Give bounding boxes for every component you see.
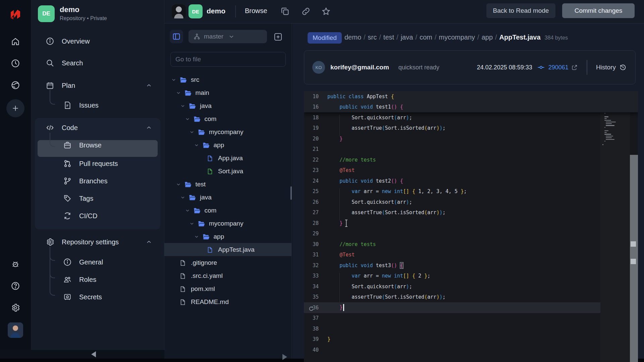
history-button[interactable]: History xyxy=(596,64,627,71)
tree-folder-row[interactable]: java xyxy=(164,99,292,112)
chevron-down-icon[interactable] xyxy=(189,129,195,135)
sidebar-item-tags[interactable]: Tags xyxy=(35,190,160,207)
code-line[interactable]: 23 @Test xyxy=(304,165,638,176)
code-line[interactable]: 24 public void test2() { xyxy=(304,176,638,186)
sidebar-item-secrets[interactable]: Secrets xyxy=(31,289,164,305)
vertical-scrollbar[interactable] xyxy=(630,91,638,362)
tree-folder-row[interactable]: src xyxy=(164,73,292,86)
code-line[interactable]: 32 public void test3() { xyxy=(304,260,638,271)
breadcrumb-segment[interactable]: demo xyxy=(344,34,361,41)
create-new-button[interactable] xyxy=(6,99,24,117)
code-line[interactable]: 34 Sort.quicksort(arr); xyxy=(304,281,638,292)
breadcrumb-segment[interactable]: test xyxy=(383,34,394,41)
panel-collapse-icon[interactable] xyxy=(170,30,183,43)
app-logo[interactable] xyxy=(7,5,24,23)
add-file-button[interactable] xyxy=(272,31,284,43)
tree-folder-row[interactable]: app xyxy=(164,230,292,243)
code-line[interactable]: 27 assertTrue(Sort.isSorted(arr)); xyxy=(304,207,638,218)
commit-hash-link[interactable]: 290061 xyxy=(548,64,569,71)
tree-folder-row[interactable]: com xyxy=(164,204,292,217)
code-line[interactable]: 21 xyxy=(304,144,638,155)
home-icon[interactable] xyxy=(9,35,22,48)
sidebar-item-pull-requests[interactable]: Pull requests xyxy=(35,155,160,172)
tree-file-row[interactable]: .gitignore xyxy=(164,256,292,269)
tree-file-row[interactable]: App.java xyxy=(164,152,292,165)
code-line[interactable]: 22 //more tests xyxy=(304,155,638,165)
user-avatar[interactable] xyxy=(8,322,23,338)
tree-folder-row[interactable]: test xyxy=(164,178,292,191)
code-line[interactable]: 39} xyxy=(304,334,638,345)
tree-file-row[interactable]: .src.ci.yaml xyxy=(164,269,292,282)
bug-report-icon[interactable] xyxy=(9,257,22,271)
code-line[interactable]: 20 } xyxy=(304,133,638,144)
chevron-down-icon[interactable] xyxy=(185,116,190,122)
tab-browse[interactable]: Browse xyxy=(245,7,267,15)
help-icon[interactable] xyxy=(9,279,22,293)
sidebar-item-branches[interactable]: Branches xyxy=(35,172,160,190)
tree-folder-row[interactable]: com xyxy=(164,112,292,125)
panel-drag-handle[interactable] xyxy=(290,186,292,200)
settings-gear-icon[interactable] xyxy=(9,301,22,314)
code-line[interactable]: 29 xyxy=(304,229,638,239)
tree-file-row[interactable]: README.md xyxy=(164,295,292,308)
tree-folder-row[interactable]: app xyxy=(164,138,292,152)
tree-folder-row[interactable]: java xyxy=(164,191,292,204)
tree-resize-hint[interactable] xyxy=(282,354,287,360)
sidebar-item-cicd[interactable]: CI/CD xyxy=(35,207,160,225)
code-line[interactable]: 37 xyxy=(304,313,638,324)
back-to-read-mode-button[interactable]: Back to Read mode xyxy=(486,3,555,18)
commit-changes-button[interactable]: Commit changes xyxy=(562,3,635,18)
chevron-down-icon[interactable] xyxy=(180,195,185,200)
sidebar-item-search[interactable]: Search xyxy=(31,55,164,71)
code-line[interactable]: 40 xyxy=(304,345,638,355)
code-line[interactable]: 19 assertTrue(Sort.isSorted(arr)); xyxy=(304,123,638,134)
code-lines[interactable]: 18 Sort.quicksort(arr);19 assertTrue(Sor… xyxy=(304,112,638,355)
code-line[interactable]: 31 @Test xyxy=(304,250,638,260)
breadcrumb-segment[interactable]: app xyxy=(482,34,493,41)
breadcrumb-segment[interactable]: com xyxy=(420,34,432,41)
tree-file-row[interactable]: AppTest.java xyxy=(164,243,292,256)
recent-icon[interactable] xyxy=(9,57,22,70)
chevron-down-icon[interactable] xyxy=(194,234,199,239)
chevron-down-icon[interactable] xyxy=(171,77,176,82)
breadcrumb-segment[interactable]: src xyxy=(368,34,377,41)
code-line[interactable]: 35 assertTrue(Sort.isSorted(arr)); xyxy=(304,292,638,303)
breadcrumb-segment[interactable]: mycompany xyxy=(439,34,475,41)
sticky-context-lines[interactable]: 10public class AppTest {16 public void t… xyxy=(304,91,638,112)
code-line[interactable]: 25 var arr = new int[] { 1, 2, 3, 4, 5 }… xyxy=(304,186,638,197)
code-line[interactable]: 10public class AppTest { xyxy=(304,91,638,102)
chevron-down-icon[interactable] xyxy=(194,142,199,148)
explore-globe-icon[interactable] xyxy=(9,78,22,92)
code-line[interactable]: 36 } xyxy=(304,302,638,313)
code-line[interactable]: 26 Sort.quicksort(arr); xyxy=(304,197,638,207)
collapse-sidebar-button[interactable] xyxy=(91,351,96,357)
owner-avatar[interactable] xyxy=(172,4,186,18)
sidebar-item-code[interactable]: Code xyxy=(35,118,160,135)
sidebar-item-general[interactable]: General xyxy=(31,254,164,270)
tree-file-row[interactable]: pom.xml xyxy=(164,282,292,295)
sidebar-item-issues[interactable]: Issues xyxy=(31,97,164,113)
chevron-down-icon[interactable] xyxy=(185,208,190,213)
go-to-file-input[interactable] xyxy=(170,52,286,67)
code-line[interactable]: 33 var arr = new int[] { 2 }; xyxy=(304,271,638,282)
link-icon[interactable] xyxy=(301,7,311,16)
code-line[interactable]: 38 xyxy=(304,323,638,334)
repo-name[interactable]: demo xyxy=(207,7,225,15)
repo-avatar-badge[interactable]: DE xyxy=(38,5,55,22)
scrollbar-thumb[interactable] xyxy=(630,155,638,362)
breadcrumb-segment[interactable]: java xyxy=(401,34,413,41)
star-icon[interactable] xyxy=(321,7,331,16)
chevron-down-icon[interactable] xyxy=(176,182,181,187)
code-line[interactable]: 28 } xyxy=(304,218,638,229)
code-line[interactable]: 18 Sort.quicksort(arr); xyxy=(304,112,638,123)
tree-folder-row[interactable]: mycompany xyxy=(164,217,292,230)
sidebar-item-browse[interactable]: Browse xyxy=(35,135,160,155)
sidebar-item-roles[interactable]: Roles xyxy=(31,272,164,288)
branch-selector[interactable]: master xyxy=(189,30,267,43)
chevron-down-icon[interactable] xyxy=(176,90,181,96)
code-line[interactable]: 16 public void test1() { xyxy=(304,102,638,113)
repo-avatar-badge[interactable]: DE xyxy=(189,4,203,18)
chevron-down-icon[interactable] xyxy=(180,103,185,109)
code-line[interactable]: 30 //more tests xyxy=(304,239,638,250)
sidebar-item-overview[interactable]: Overview xyxy=(31,33,164,49)
